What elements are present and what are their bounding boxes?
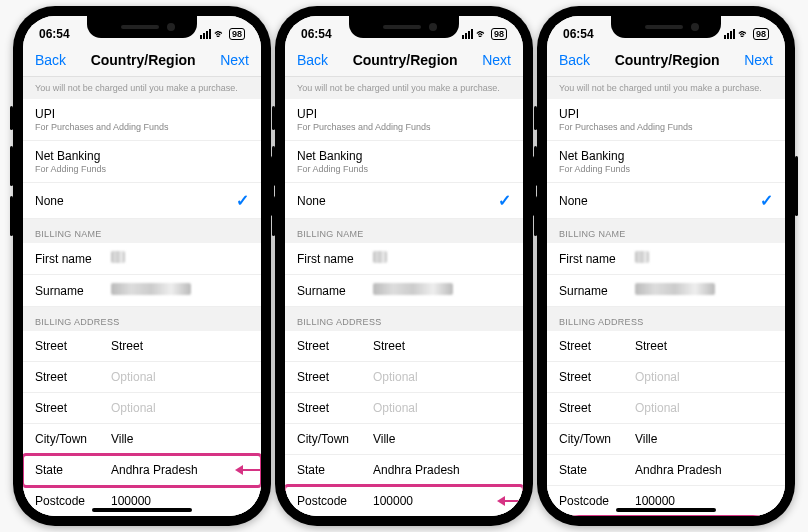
payment-upi[interactable]: UPIFor Purchases and Adding Funds <box>285 99 523 141</box>
street-field-3[interactable]: StreetOptional <box>23 393 261 424</box>
status-time: 06:54 <box>301 27 341 41</box>
hint-text: You will not be charged until you make a… <box>23 77 261 99</box>
section-billing-name: BILLING NAME <box>285 219 523 243</box>
wifi-icon: ᯤ <box>476 27 488 41</box>
battery-icon: 98 <box>491 28 507 40</box>
back-button[interactable]: Back <box>35 52 66 68</box>
surname-field[interactable]: Surname <box>547 275 785 307</box>
phone-frame: 06:54 ᯤ 98 Back Country/Region Next You … <box>13 6 271 526</box>
street-field-3[interactable]: StreetOptional <box>547 393 785 424</box>
payment-upi[interactable]: UPIFor Purchases and Adding Funds <box>547 99 785 141</box>
payment-netbanking[interactable]: Net BankingFor Adding Funds <box>547 141 785 183</box>
home-indicator <box>616 508 716 512</box>
page-title: Country/Region <box>91 52 196 68</box>
section-billing-name: BILLING NAME <box>547 219 785 243</box>
check-icon: ✓ <box>498 191 511 210</box>
back-button[interactable]: Back <box>559 52 590 68</box>
screen: 06:54 ᯤ 98 Back Country/Region Next You … <box>23 16 261 516</box>
check-icon: ✓ <box>760 191 773 210</box>
page-title: Country/Region <box>615 52 720 68</box>
status-time: 06:54 <box>563 27 603 41</box>
surname-field[interactable]: Surname <box>285 275 523 307</box>
street-field-1[interactable]: StreetStreet <box>547 331 785 362</box>
hint-text: You will not be charged until you make a… <box>285 77 523 99</box>
phone-frame: 06:54 ᯤ 98 Back Country/Region Next You … <box>275 6 533 526</box>
city-field[interactable]: City/TownVille <box>285 424 523 455</box>
back-button[interactable]: Back <box>297 52 328 68</box>
payment-netbanking[interactable]: Net BankingFor Adding Funds <box>23 141 261 183</box>
first-name-field[interactable]: First name <box>285 243 523 275</box>
section-billing-address: BILLING ADDRESS <box>23 307 261 331</box>
payment-none[interactable]: None✓ <box>285 183 523 219</box>
payment-none[interactable]: None✓ <box>547 183 785 219</box>
home-indicator <box>92 508 192 512</box>
state-field[interactable]: StateAndhra Pradesh <box>547 455 785 486</box>
phone-frame: 06:54 ᯤ 98 Back Country/Region Next You … <box>537 6 795 526</box>
hint-text: You will not be charged until you make a… <box>547 77 785 99</box>
postcode-field[interactable]: Postcode100000 <box>285 486 523 516</box>
battery-icon: 98 <box>753 28 769 40</box>
city-field[interactable]: City/TownVille <box>23 424 261 455</box>
payment-netbanking[interactable]: Net BankingFor Adding Funds <box>285 141 523 183</box>
wifi-icon: ᯤ <box>738 27 750 41</box>
notch <box>611 16 721 38</box>
nav-bar: Back Country/Region Next <box>23 46 261 77</box>
payment-upi[interactable]: UPIFor Purchases and Adding Funds <box>23 99 261 141</box>
section-billing-address: BILLING ADDRESS <box>285 307 523 331</box>
street-field-2[interactable]: StreetOptional <box>23 362 261 393</box>
nav-bar: Back Country/Region Next <box>285 46 523 77</box>
street-field-2[interactable]: StreetOptional <box>547 362 785 393</box>
next-button[interactable]: Next <box>220 52 249 68</box>
payment-none[interactable]: None✓ <box>23 183 261 219</box>
first-name-field[interactable]: First name <box>23 243 261 275</box>
signal-icon <box>724 29 735 39</box>
street-field-3[interactable]: StreetOptional <box>285 393 523 424</box>
signal-icon <box>200 29 211 39</box>
city-field[interactable]: City/TownVille <box>547 424 785 455</box>
signal-icon <box>462 29 473 39</box>
street-field-1[interactable]: StreetStreet <box>23 331 261 362</box>
next-button[interactable]: Next <box>482 52 511 68</box>
status-time: 06:54 <box>39 27 79 41</box>
screen: 06:54 ᯤ 98 Back Country/Region Next You … <box>285 16 523 516</box>
first-name-field[interactable]: First name <box>547 243 785 275</box>
notch <box>349 16 459 38</box>
section-billing-name: BILLING NAME <box>23 219 261 243</box>
check-icon: ✓ <box>236 191 249 210</box>
street-field-1[interactable]: StreetStreet <box>285 331 523 362</box>
wifi-icon: ᯤ <box>214 27 226 41</box>
notch <box>87 16 197 38</box>
battery-icon: 98 <box>229 28 245 40</box>
state-field[interactable]: StateAndhra Pradesh <box>285 455 523 486</box>
surname-field[interactable]: Surname <box>23 275 261 307</box>
state-field[interactable]: StateAndhra Pradesh <box>23 455 261 486</box>
next-button[interactable]: Next <box>744 52 773 68</box>
street-field-2[interactable]: StreetOptional <box>285 362 523 393</box>
nav-bar: Back Country/Region Next <box>547 46 785 77</box>
page-title: Country/Region <box>353 52 458 68</box>
screen: 06:54 ᯤ 98 Back Country/Region Next You … <box>547 16 785 516</box>
section-billing-address: BILLING ADDRESS <box>547 307 785 331</box>
